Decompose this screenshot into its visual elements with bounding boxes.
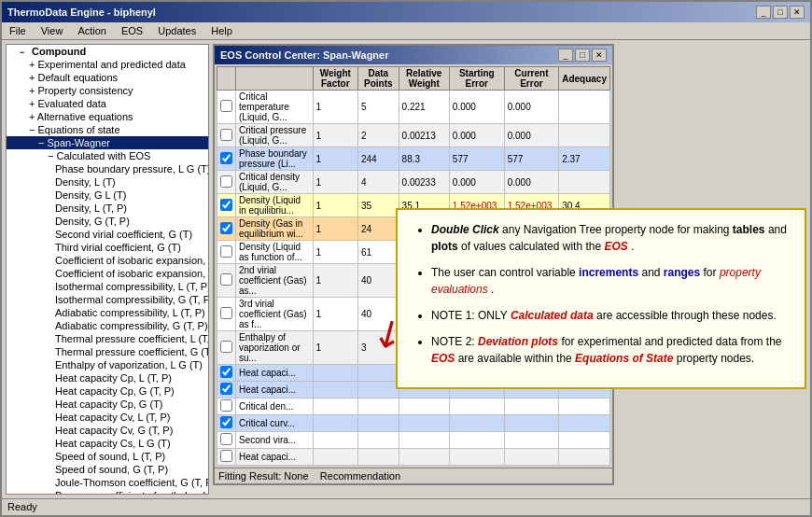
tree-cp-l[interactable]: Heat capacity Cp, L (T, P) [7,371,208,384]
info-item-1: Double Click any Navigation Tree propert… [431,221,790,255]
main-window: ThermoData Engine - biphenyl _ □ ✕ File … [0,0,812,517]
tree-span-wagner[interactable]: − Span-Wagner [7,136,208,149]
content-area: − Compound + Experimental and predicted … [2,40,810,498]
tree-joule[interactable]: Joule-Thomson coefficient, G (T, P) [7,476,208,489]
tree-cv-g[interactable]: Heat capacity Cv, G (T, P) [7,424,208,437]
row-check-5[interactable] [220,199,232,211]
note2-text2: for experimental and predicted data from… [561,335,781,348]
tree-prop-consistency[interactable]: + Property consistency [7,84,208,97]
tree-isotherm-g[interactable]: Isothermal compressibility, G (T, P) [7,293,208,306]
eos-close[interactable]: ✕ [592,49,607,62]
col-starterr: Starting Error [449,67,504,91]
row-name: Phase boundary pressure (Li... [236,147,314,171]
tree-cs-lg[interactable]: Heat capacity Cs, L G (T) [7,437,208,450]
tree-phase-boundary[interactable]: Phase boundary pressure, L G (T) [7,162,208,175]
col-currerr: Current Error [504,67,558,91]
row-name: Heat capaci... [236,382,314,398]
menu-updates[interactable]: Updates [154,24,200,37]
tree-density-gl[interactable]: Density, G L (T) [7,189,208,202]
eq-state-label: Equations of State [575,352,673,365]
menu-eos[interactable]: EOS [118,24,147,37]
menu-file[interactable]: File [6,24,30,37]
tree-second-virial[interactable]: Second virial coefficient, G (T) [7,228,208,241]
row-name: 2nd virial coefficient (Gas) as... [236,264,314,298]
row-check-2[interactable] [220,129,232,141]
row-check-3[interactable] [220,152,232,164]
row-check-11[interactable] [220,366,232,378]
double-click-label: Double Click [431,223,499,236]
row-name: Critical den... [236,398,314,415]
col-relweight: Relative Weight [399,67,449,91]
tree-cp-g-t[interactable]: Heat capacity Cp, G (T) [7,398,208,411]
info-text-1d: . [631,240,634,253]
note2-text4: property nodes. [677,352,754,365]
tree-evaluated[interactable]: + Evaluated data [7,97,208,110]
maximize-button[interactable]: □ [773,6,788,19]
tree-adiabatic-l[interactable]: Adiabatic compressibility, L (T, P) [7,306,208,319]
row-check-8[interactable] [220,273,232,286]
menu-view[interactable]: View [37,24,67,37]
table-row: Critical den... [217,398,610,415]
tree-adiabatic-g[interactable]: Adiabatic compressibility, G (T, P) [7,319,208,332]
row-check-1[interactable] [220,100,232,112]
tree-enthalpy-vap[interactable]: Enthalpy of vaporization, L G (T) [7,358,208,371]
fitting-result: Fitting Result: None [218,470,309,482]
row-check-15[interactable] [220,433,232,445]
tree-third-virial[interactable]: Third virial coefficient, G (T) [7,241,208,254]
tree-coeff-iso-l[interactable]: Coefficient of isobaric expansion, L (T,… [7,254,208,267]
tree-cp-g-tp[interactable]: Heat capacity Cp, G (T, P) [7,384,208,398]
info-text-2b: and [641,266,663,279]
row-check-16[interactable] [220,450,232,462]
window-title: ThermoData Engine - biphenyl [7,7,156,18]
tree-eos[interactable]: − Equations of state [7,123,208,136]
minimize-button[interactable]: _ [756,6,771,19]
row-name: Critical pressure (Liquid, G... [236,124,314,147]
menu-help[interactable]: Help [207,24,236,37]
row-check-7[interactable] [220,245,232,258]
tree-density-l[interactable]: Density, L (T) [7,175,208,189]
row-check-12[interactable] [220,383,232,395]
row-check-13[interactable] [220,399,232,412]
info-text-1c: of values calculated with the [461,240,604,253]
col-check [217,67,236,91]
eos-maximize[interactable]: □ [575,49,590,62]
eos-label-1: EOS [604,240,627,253]
right-area: EOS Control Center: Span-Wagner _ □ ✕ [209,40,810,498]
tree-isotherm-l[interactable]: Isothermal compressibility, L (T, P) [7,280,208,293]
tree-calc-eos[interactable]: − Calculated with EOS [7,149,208,162]
row-check-4[interactable] [220,175,232,188]
row-check-6[interactable] [220,222,232,234]
note2-text: NOTE 2: [431,335,478,348]
tree-density-ltp[interactable]: Density, L (T, P) [7,202,208,215]
table-row: Heat capaci... [217,449,610,466]
close-button[interactable]: ✕ [790,6,805,19]
info-item-3: NOTE 1: ONLY Calculated data are accessi… [431,307,790,324]
tree-cv-l[interactable]: Heat capacity Cv, L (T, P) [7,411,208,424]
row-check-10[interactable] [220,341,232,353]
tree-density-gtp[interactable]: Density, G (T, P) [7,215,208,228]
tree-default-eq[interactable]: + Default equations [7,71,208,84]
row-name: Heat capaci... [236,365,314,382]
status-text: Ready [7,501,37,512]
left-panel: − Compound + Experimental and predicted … [6,44,209,495]
eos-title: EOS Control Center: Span-Wagner [220,49,389,61]
note1-text2: are accessible through these nodes. [596,309,777,322]
row-check-14[interactable] [220,416,232,428]
row-name: Second vira... [236,432,314,449]
tree-thermal-l[interactable]: Thermal pressure coefficient, L (T, P) [7,332,208,345]
title-bar: ThermoData Engine - biphenyl _ □ ✕ [2,2,810,22]
tree-speed-g[interactable]: Speed of sound, G (T, P) [7,463,208,476]
tree-speed-l[interactable]: Speed of sound, L (T, P) [7,450,208,463]
tree-alternative[interactable]: + Alternative equations [7,110,208,123]
tree-coeff-iso-g[interactable]: Coefficient of isobaric expansion, G (T,… [7,267,208,280]
row-name: 3rd virial coefficient (Gas) as f... [236,298,314,331]
tree-exp-predicted[interactable]: + Experimental and predicted data [7,58,208,71]
eos-minimize[interactable]: _ [558,49,573,62]
menu-action[interactable]: Action [74,24,110,37]
col-name [236,67,314,91]
tree-thermal-g[interactable]: Thermal pressure coefficient, G (T, P) [7,345,208,358]
tree-compound[interactable]: − Compound [7,45,208,58]
note2-text3: are available within the [458,352,575,365]
tree-pressure-coeff[interactable]: Pressure coefficient of enthalpy, L (T, … [7,489,208,495]
row-check-9[interactable] [220,307,232,319]
